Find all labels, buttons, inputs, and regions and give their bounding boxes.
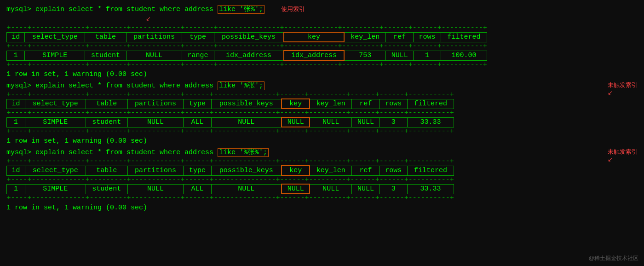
highlight-3: like '%张%'; (218, 148, 269, 157)
block-1: mysql> explain select * from student whe… (6, 5, 638, 79)
command-line-2: mysql> explain select * from student whe… (6, 81, 264, 90)
border-row: +----+-------------+---------+----------… (7, 42, 487, 51)
watermark: @稀土掘金技术社区 (589, 254, 638, 262)
border-row: +----+-------------+---------+----------… (7, 175, 454, 184)
result-table-2: +----+-------------+---------+----------… (6, 91, 454, 135)
annotation-3: 未触发索引↙ (608, 148, 638, 163)
annotation-2: 未触发索引↙ (608, 81, 638, 96)
result-line-2: 1 row in set, 1 warning (0.00 sec) (6, 136, 638, 146)
terminal-screen: mysql> explain select * from student whe… (6, 5, 638, 213)
data-row-1: 1 SIMPLE student NULL range idx_address … (7, 51, 487, 60)
result-line-3: 1 row in set, 1 warning (0.00 sec) (6, 203, 638, 213)
highlight-2: like '%张'; (218, 81, 264, 90)
border-row: +----+-------------+---------+----------… (7, 60, 487, 69)
border-row: +----+-------------+---------+----------… (7, 109, 454, 117)
border-row: +----+-------------+---------+----------… (7, 157, 454, 166)
result-line-1: 1 row in set, 1 warning (0.00 sec) (6, 69, 638, 79)
data-row-3: 1 SIMPLE student NULL ALL NULL NULL NULL… (7, 184, 454, 194)
border-row: +----+-------------+---------+----------… (7, 91, 454, 99)
border-row: +----+-------------+---------+----------… (7, 194, 454, 202)
highlight-1: like '张%'; (218, 5, 264, 14)
command-line-1: mysql> explain select * from student whe… (6, 5, 638, 24)
header-row-1: id select_type table partitions type pos… (7, 32, 487, 42)
block-3: mysql> explain select * from student whe… (6, 148, 638, 213)
block-2: mysql> explain select * from student whe… (6, 81, 638, 146)
result-table-3: +----+-------------+---------+----------… (6, 157, 454, 202)
result-table-1: +----+-------------+---------+----------… (6, 24, 487, 69)
header-row-3: id select_type table partitions type pos… (7, 166, 454, 175)
border-row: +----+-------------+---------+----------… (7, 24, 487, 32)
command-line-3: mysql> explain select * from student whe… (6, 148, 269, 157)
header-row-2: id select_type table partitions type pos… (7, 99, 454, 109)
border-row: +----+-------------+---------+----------… (7, 127, 454, 135)
data-row-2: 1 SIMPLE student NULL ALL NULL NULL NULL… (7, 117, 454, 127)
